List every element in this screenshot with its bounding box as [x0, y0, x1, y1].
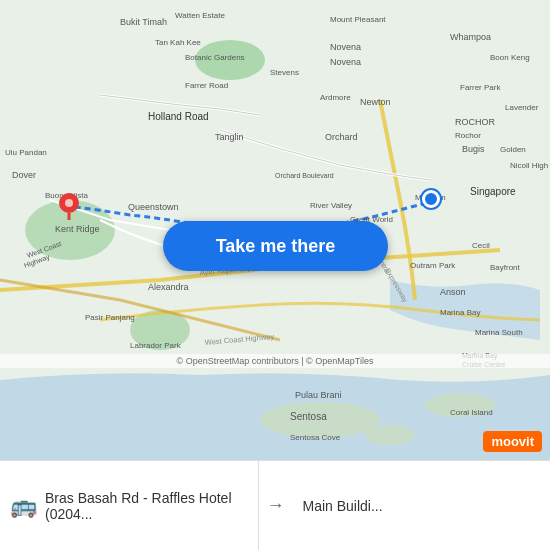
svg-text:Botanic Gardens: Botanic Gardens	[185, 53, 245, 62]
svg-text:Marina South: Marina South	[475, 328, 523, 337]
take-me-there-button[interactable]: Take me there	[163, 221, 388, 271]
svg-text:Farrer Park: Farrer Park	[460, 83, 501, 92]
map-attribution: © OpenStreetMap contributors | © OpenMap…	[0, 354, 550, 368]
svg-text:Golden: Golden	[500, 145, 526, 154]
svg-text:Orchard: Orchard	[325, 132, 358, 142]
svg-point-62	[65, 199, 73, 207]
svg-text:Whampoa: Whampoa	[450, 32, 491, 42]
svg-text:Lavender: Lavender	[505, 103, 539, 112]
svg-text:Watten Estate: Watten Estate	[175, 11, 226, 20]
svg-text:Sentosa Cove: Sentosa Cove	[290, 433, 341, 442]
origin-info: 🚌 Bras Basah Rd - Raffles Hotel (0204...	[10, 461, 259, 550]
svg-text:Outram Park: Outram Park	[410, 261, 456, 270]
svg-text:Holland Road: Holland Road	[148, 111, 209, 122]
svg-text:Kent Ridge: Kent Ridge	[55, 224, 100, 234]
destination-marker	[422, 190, 440, 208]
moovit-logo: moovit	[483, 431, 542, 452]
svg-text:Bayfront: Bayfront	[490, 263, 521, 272]
bottom-bar: 🚌 Bras Basah Rd - Raffles Hotel (0204...…	[0, 460, 550, 550]
svg-text:Newton: Newton	[360, 97, 391, 107]
moovit-label: moovit	[491, 434, 534, 449]
svg-text:Tan Kah Kee: Tan Kah Kee	[155, 38, 201, 47]
svg-text:Pulau Brani: Pulau Brani	[295, 390, 342, 400]
svg-text:Sentosa: Sentosa	[290, 411, 327, 422]
svg-text:Farrer Road: Farrer Road	[185, 81, 228, 90]
svg-text:Rochor: Rochor	[455, 131, 481, 140]
origin-marker	[58, 192, 80, 214]
svg-text:Dover: Dover	[12, 170, 36, 180]
svg-text:Orchard Boulevard: Orchard Boulevard	[275, 172, 334, 179]
svg-text:Stevens: Stevens	[270, 68, 299, 77]
svg-text:Queenstown: Queenstown	[128, 202, 179, 212]
svg-text:Singapore: Singapore	[470, 186, 516, 197]
svg-text:Mount Pleasant: Mount Pleasant	[330, 15, 386, 24]
svg-text:Novena: Novena	[330, 42, 361, 52]
svg-text:Tanglin: Tanglin	[215, 132, 244, 142]
svg-text:Labrador Park: Labrador Park	[130, 341, 182, 350]
arrow-icon: →	[267, 495, 285, 516]
svg-point-3	[365, 425, 415, 445]
bus-icon: 🚌	[10, 493, 37, 519]
svg-text:Ulu Pandan: Ulu Pandan	[5, 148, 47, 157]
svg-text:Cecil: Cecil	[472, 241, 490, 250]
svg-text:Nicoll High: Nicoll High	[510, 161, 548, 170]
svg-text:Ardmore: Ardmore	[320, 93, 351, 102]
destination-info: Main Buildi...	[293, 498, 541, 514]
svg-text:Alexandra: Alexandra	[148, 282, 189, 292]
svg-text:Bugis: Bugis	[462, 144, 485, 154]
svg-text:Novena: Novena	[330, 57, 361, 67]
attribution-text: © OpenStreetMap contributors | © OpenMap…	[177, 356, 374, 366]
svg-text:Bukit Timah: Bukit Timah	[120, 17, 167, 27]
svg-text:Pasir Panjang: Pasir Panjang	[85, 313, 135, 322]
destination-name: Main Buildi...	[303, 498, 383, 514]
svg-text:Boon Keng: Boon Keng	[490, 53, 530, 62]
svg-text:ROCHOR: ROCHOR	[455, 117, 495, 127]
map-container: Bukit Timah Watten Estate Mount Pleasant…	[0, 0, 550, 460]
svg-text:Anson: Anson	[440, 287, 466, 297]
origin-name: Bras Basah Rd - Raffles Hotel (0204...	[45, 490, 248, 522]
svg-text:Marina Bay: Marina Bay	[440, 308, 480, 317]
svg-text:River Valley: River Valley	[310, 201, 352, 210]
svg-text:Coral Island: Coral Island	[450, 408, 493, 417]
